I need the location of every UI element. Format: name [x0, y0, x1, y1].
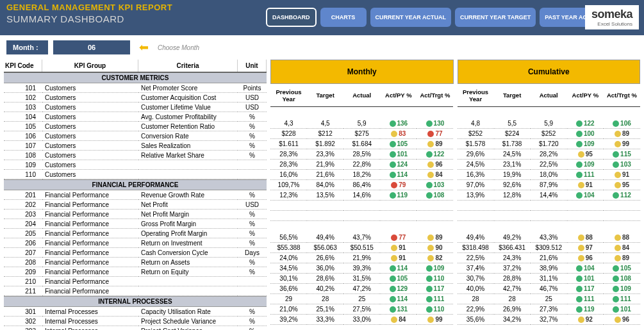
- data-row: 37,4%37,2%38,9%104105: [458, 263, 641, 274]
- data-row: $1.611$1.892$1.68410589: [270, 139, 454, 149]
- data-row: 13,9%12,8%14,4%104112: [458, 190, 641, 201]
- col-prev-year: Previous Year: [270, 85, 307, 107]
- logo-main: someka: [591, 8, 632, 21]
- data-row: 30,7%28,8%31,1%101108: [458, 274, 641, 284]
- col-actual: Actual: [343, 85, 380, 107]
- data-row: 292825114111: [270, 294, 454, 304]
- data-row: $228$212$2758377: [270, 129, 454, 139]
- category-header: INTERNAL PROCESSES: [4, 296, 267, 307]
- month-selector-row: Month : 06 ⬅ Choose Month: [0, 35, 269, 60]
- cumulative-header: Previous Year Target Actual Act/PY % Act…: [458, 85, 641, 107]
- nav-buttons: DASHBOARD CHARTS CURRENT YEAR ACTUAL CUR…: [266, 8, 607, 27]
- kpi-row: 202Financial PerformanceNet ProfitUSD: [4, 200, 267, 210]
- data-row: $252$224$25210089: [458, 129, 641, 139]
- nav-charts[interactable]: CHARTS: [320, 8, 367, 27]
- header-bar: GENERAL MANAGEMENT KPI REPORT SUMMARY DA…: [0, 0, 644, 35]
- data-row: $318.498$366.431$309.5129784: [458, 243, 641, 253]
- col-prev-year: Previous Year: [458, 85, 494, 107]
- kpi-row: 102CustomersCustomer Acquisition CostUSD: [4, 93, 267, 103]
- kpi-row: 107CustomersSales Realization%: [4, 141, 267, 151]
- col-criteria: Criteria: [138, 60, 238, 72]
- col-kpi-group: KPI Group: [42, 60, 138, 72]
- nav-cy-target[interactable]: CURRENT YEAR TARGET: [455, 8, 536, 27]
- data-row: [458, 325, 641, 330]
- logo-sub: Excel Solutions: [597, 21, 632, 27]
- arrow-left-icon: ⬅: [139, 40, 149, 54]
- col-act-py: Act/PY %: [380, 85, 417, 107]
- data-row: 36,6%40,2%47,2%129117: [270, 284, 454, 294]
- kpi-row: 106CustomersConversion Rate%: [4, 131, 267, 141]
- data-row: 49,4%49,2%43,3%8888: [458, 233, 641, 243]
- choose-month-hint: Choose Month: [158, 44, 199, 51]
- kpi-row: 205Financial PerformanceOperating Profit…: [4, 229, 267, 238]
- monthly-section: Monthly Previous Year Target Actual Act/…: [270, 60, 454, 330]
- report-subtitle: SUMMARY DASHBOARD: [6, 13, 172, 24]
- data-row: 16,0%21,6%18,2%11484: [270, 170, 454, 180]
- data-row: [458, 201, 641, 211]
- kpi-row: 101CustomersNet Promoter ScorePoints: [4, 83, 267, 93]
- data-row: 12,3%13,5%14,6%119108: [270, 190, 454, 201]
- data-row: [270, 325, 454, 330]
- data-row: 28,3%21,9%22,8%12496: [270, 160, 454, 170]
- data-row: [458, 211, 641, 221]
- monthly-title: Monthly: [270, 60, 454, 84]
- data-row: 40,0%42,7%46,7%117109: [458, 284, 641, 294]
- kpi-row: 203Financial PerformanceNet Profit Margi…: [4, 210, 267, 219]
- col-act-trg: Act/Trgt %: [604, 85, 640, 107]
- monthly-header: Previous Year Target Actual Act/PY % Act…: [270, 85, 454, 107]
- data-row: 56,5%49,4%43,7%7789: [270, 233, 454, 243]
- kpi-row: 103CustomersCustomer Lifetime ValueUSD: [4, 103, 267, 112]
- kpi-row: 211Financial Performance: [4, 286, 267, 296]
- data-row: 24,0%26,6%21,9%9182: [270, 253, 454, 263]
- data-row: 4,85,55,9122106: [458, 119, 641, 129]
- col-actual: Actual: [531, 85, 567, 107]
- kpi-row: 204Financial PerformanceGross Profit Mar…: [4, 219, 267, 229]
- category-header: FINANCIAL PERFORMANCE: [4, 179, 267, 190]
- col-target: Target: [307, 85, 343, 107]
- kpi-row: 105CustomersCustomer Retention Ratio%: [4, 122, 267, 131]
- kpi-list-panel: KPI Code KPI Group Criteria Unit CUSTOME…: [4, 60, 267, 330]
- data-row: 39,2%33,3%33,0%8499: [270, 315, 454, 325]
- data-row: 109,7%84,0%86,4%79103: [270, 180, 454, 190]
- col-act-py: Act/PY %: [567, 85, 604, 107]
- col-unit: Unit: [238, 60, 267, 72]
- col-kpi-code: KPI Code: [4, 60, 42, 72]
- data-row: 282825111111: [458, 294, 641, 304]
- data-row: $1.578$1.738$1.72010999: [458, 139, 641, 149]
- kpi-row: 210Financial Performance: [4, 277, 267, 286]
- cumulative-section: Cumulative Previous Year Target Actual A…: [458, 60, 641, 330]
- kpi-list-header: KPI Code KPI Group Criteria Unit: [4, 60, 267, 72]
- data-row: 34,5%36,0%39,3%114109: [270, 263, 454, 274]
- month-value[interactable]: 06: [53, 40, 130, 54]
- data-row: $55.388$56.063$50.5159190: [270, 243, 454, 253]
- col-act-trg: Act/Trgt %: [417, 85, 453, 107]
- kpi-row: 303Internal ProcessesProject Cost Varian…: [4, 326, 267, 330]
- data-row: [270, 211, 454, 221]
- kpi-row: 206Financial PerformanceReturn on Invest…: [4, 238, 267, 248]
- kpi-row: 201Financial PerformanceRevenue Growth R…: [4, 190, 267, 200]
- data-row: [270, 201, 454, 211]
- kpi-row: 104CustomersAvg. Customer Profitability%: [4, 112, 267, 122]
- data-row: 29,6%24,5%28,2%95115: [458, 149, 641, 160]
- report-title: GENERAL MANAGEMENT KPI REPORT: [6, 3, 172, 12]
- data-row: 16,3%19,9%18,0%11191: [458, 170, 641, 180]
- nav-cy-actual[interactable]: CURRENT YEAR ACTUAL: [370, 8, 452, 27]
- month-label: Month :: [6, 40, 48, 54]
- kpi-row: 302Internal ProcessesProject Schedule Va…: [4, 317, 267, 326]
- kpi-row: 207Financial PerformanceCash Conversion …: [4, 248, 267, 258]
- kpi-row: 110Customers: [4, 170, 267, 179]
- data-row: 35,6%34,2%32,7%9296: [458, 315, 641, 325]
- data-row: 22,5%24,3%21,6%9689: [458, 253, 641, 263]
- data-row: 22,9%26,9%27,3%119101: [458, 304, 641, 315]
- data-row: 21,0%25,1%27,5%131110: [270, 304, 454, 315]
- data-row: 30,1%28,6%31,5%105110: [270, 274, 454, 284]
- kpi-row: 209Financial PerformanceReturn on Equity…: [4, 267, 267, 277]
- nav-dashboard[interactable]: DASHBOARD: [266, 8, 317, 27]
- col-target: Target: [494, 85, 531, 107]
- cumulative-title: Cumulative: [458, 60, 641, 84]
- kpi-row: 108CustomersRelative Market Share%: [4, 151, 267, 160]
- data-row: 24,5%23,1%22,5%109103: [458, 160, 641, 170]
- data-row: 28,3%23,3%28,5%101122: [270, 149, 454, 160]
- data-row: 97,0%92,6%87,9%9195: [458, 180, 641, 190]
- category-header: CUSTOMER METRICS: [4, 72, 267, 83]
